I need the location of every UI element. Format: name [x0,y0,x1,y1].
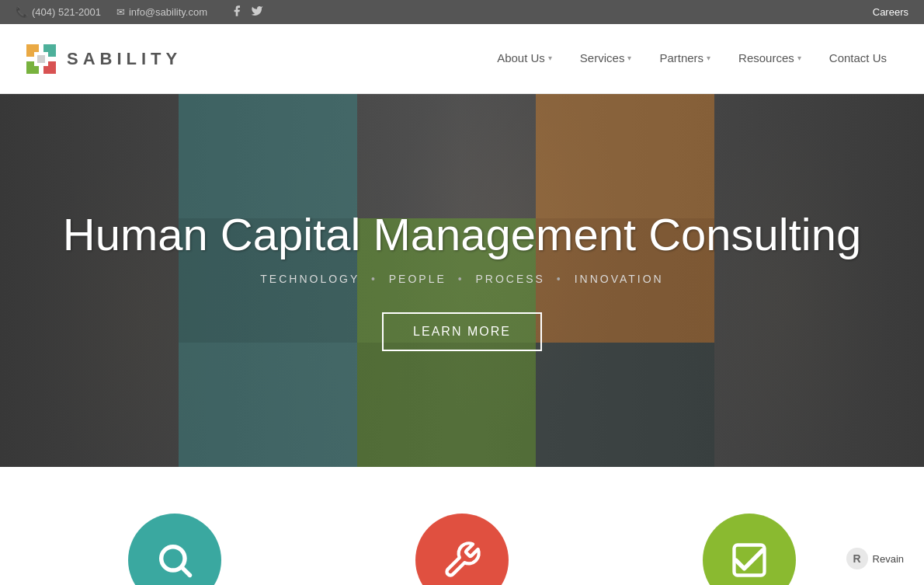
nav-resources[interactable]: Resources ▾ [724,24,815,94]
search-icon [155,540,195,580]
careers-link[interactable]: Careers [873,6,908,18]
dot-1: • [371,273,377,285]
subtitle-part-1: TECHNOLOGY [260,273,360,285]
chevron-down-icon: ▾ [707,54,710,62]
nav-about-us[interactable]: About Us ▾ [483,24,566,94]
hero-title: Human Capital Management Consulting [63,210,861,259]
dot-2: • [458,273,464,285]
main-nav: SABILITY About Us ▾ Services ▾ Partners … [0,24,924,94]
nav-partners-label: Partners [659,51,703,64]
phone-icon: 📞 [16,6,28,18]
logo[interactable]: SABILITY [23,41,182,77]
email-icon: ✉ [116,6,125,18]
search-circle [128,514,221,585]
top-bar-right: Careers [873,6,908,18]
twitter-icon [251,7,263,19]
icon-section [0,467,924,585]
phone-info: 📞 (404) 521-2001 [16,6,101,18]
subtitle-part-4: INNOVATION [575,273,664,285]
hero-subtitle: TECHNOLOGY • PEOPLE • PROCESS • INNOVATI… [260,273,663,285]
facebook-link[interactable] [231,5,243,19]
tools-circle [415,514,509,585]
email-info: ✉ info@sability.com [116,6,207,18]
icon-card-tools [318,514,606,585]
nav-services[interactable]: Services ▾ [566,24,646,94]
chevron-down-icon: ▾ [797,54,801,62]
svg-rect-5 [37,55,45,63]
nav-resources-label: Resources [738,51,794,64]
dot-3: • [557,273,563,285]
chevron-down-icon: ▾ [548,54,552,62]
revain-logo: R [846,548,868,569]
top-bar-left: 📞 (404) 521-2001 ✉ info@sability.com [16,5,263,19]
nav-contact-us-label: Contact Us [829,51,887,64]
tools-icon [442,540,482,580]
nav-contact-us[interactable]: Contact Us [815,24,901,94]
revain-badge: R Revain [839,545,912,573]
email-address: info@sability.com [129,6,207,18]
check-icon [729,540,769,580]
svg-line-7 [182,568,189,575]
twitter-link[interactable] [251,5,263,19]
logo-text: SABILITY [67,49,182,69]
nav-partners[interactable]: Partners ▾ [645,24,724,94]
phone-number: (404) 521-2001 [32,6,101,18]
logo-icon [23,41,59,77]
social-links [231,5,263,19]
top-bar: 📞 (404) 521-2001 ✉ info@sability.com Car… [0,0,924,24]
icon-card-search [31,514,318,585]
learn-more-button[interactable]: LEARN MORE [382,312,542,351]
facebook-icon [231,7,243,19]
chevron-down-icon: ▾ [627,54,631,62]
revain-label: Revain [873,553,904,565]
check-circle [703,514,796,585]
nav-links: About Us ▾ Services ▾ Partners ▾ Resourc… [483,24,901,94]
nav-services-label: Services [580,51,625,64]
subtitle-part-3: PROCESS [475,273,544,285]
hero-section: Human Capital Management Consulting TECH… [0,94,924,467]
nav-about-us-label: About Us [497,51,545,64]
hero-content: Human Capital Management Consulting TECH… [0,94,924,467]
subtitle-part-2: PEOPLE [389,273,446,285]
